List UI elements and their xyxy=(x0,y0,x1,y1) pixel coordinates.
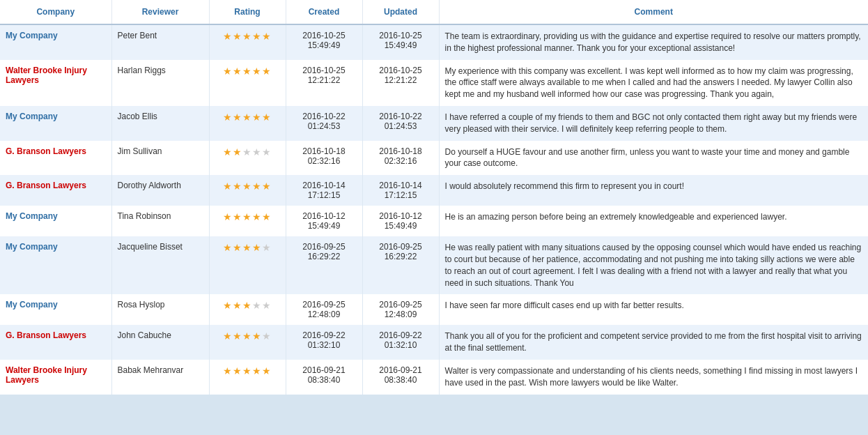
company-name: G. Branson Lawyers xyxy=(6,330,86,340)
company-name: My Company xyxy=(6,242,58,252)
cell-reviewer: Jacqueline Bisset xyxy=(111,236,209,294)
star-filled: ★ xyxy=(242,181,252,192)
header-company: Company xyxy=(0,0,111,24)
cell-comment: I would absolutely recommend this firm t… xyxy=(439,175,868,206)
cell-created: 2016-09-2201:32:10 xyxy=(286,325,362,360)
star-filled: ★ xyxy=(233,31,242,42)
cell-updated: 2016-09-2512:48:09 xyxy=(362,294,439,325)
cell-created: 2016-10-1417:12:15 xyxy=(286,175,362,206)
cell-reviewer: Harlan Riggs xyxy=(111,60,209,106)
comment-text: I have seen far more difficult cases end… xyxy=(445,300,684,310)
star-empty: ★ xyxy=(262,300,272,311)
table-header-row: Company Reviewer Rating Created Updated … xyxy=(0,0,868,24)
star-rating: ★★★★★ xyxy=(223,332,272,342)
reviewer-name: Harlan Riggs xyxy=(118,66,166,75)
reviewer-name: Dorothy Aldworth xyxy=(118,181,181,190)
cell-created: 2016-10-2512:21:22 xyxy=(286,60,362,106)
comment-text: Thank you all of you for the proficient … xyxy=(445,331,862,353)
star-empty: ★ xyxy=(252,146,262,158)
star-filled: ★ xyxy=(252,181,262,192)
table-row: Walter Brooke Injury Lawyers Harlan Rigg… xyxy=(0,60,868,106)
cell-rating: ★★★★★ xyxy=(209,206,286,236)
reviewer-name: Babak Mehranvar xyxy=(118,365,184,375)
created-datetime: 2016-10-2201:24:53 xyxy=(302,112,345,131)
table-row: G. Branson Lawyers John Cabuche ★★★★★ 20… xyxy=(0,325,868,360)
cell-created: 2016-10-1802:32:16 xyxy=(286,141,362,176)
header-updated: Updated xyxy=(362,0,439,24)
created-datetime: 2016-10-2512:21:22 xyxy=(302,66,345,85)
cell-updated: 2016-09-2108:38:40 xyxy=(362,360,439,395)
cell-company: G. Branson Lawyers xyxy=(0,175,111,206)
table-row: Walter Brooke Injury Lawyers Babak Mehra… xyxy=(0,360,868,395)
cell-comment: I have referred a couple of my friends t… xyxy=(439,106,868,141)
comment-text: My experience with this company was exce… xyxy=(445,66,853,100)
cell-reviewer: Jacob Ellis xyxy=(111,106,209,141)
table-row: G. Branson Lawyers Dorothy Aldworth ★★★★… xyxy=(0,175,868,206)
updated-datetime: 2016-10-1417:12:15 xyxy=(379,181,421,200)
star-rating: ★★★★★ xyxy=(223,243,272,253)
star-filled: ★ xyxy=(233,66,242,77)
star-filled: ★ xyxy=(242,365,252,376)
reviewer-name: Rosa Hyslop xyxy=(118,300,165,310)
star-filled: ★ xyxy=(262,66,272,77)
updated-datetime: 2016-10-2512:21:22 xyxy=(379,66,421,85)
cell-company: G. Branson Lawyers xyxy=(0,141,111,176)
star-filled: ★ xyxy=(223,242,233,253)
comment-text: He is an amazing person before being an … xyxy=(445,212,787,222)
star-filled: ★ xyxy=(242,66,252,77)
cell-created: 2016-09-2516:29:22 xyxy=(286,236,362,294)
star-filled: ★ xyxy=(262,112,272,123)
cell-updated: 2016-10-1215:49:49 xyxy=(362,206,439,236)
star-filled: ★ xyxy=(242,211,252,222)
star-filled: ★ xyxy=(242,242,252,253)
star-filled: ★ xyxy=(233,365,242,376)
star-filled: ★ xyxy=(252,365,262,376)
star-filled: ★ xyxy=(252,31,262,42)
company-name: My Company xyxy=(6,211,58,221)
company-name: My Company xyxy=(6,300,58,310)
cell-updated: 2016-09-2201:32:10 xyxy=(362,325,439,360)
header-created: Created xyxy=(286,0,362,24)
cell-comment: The team is extraordinary, providing us … xyxy=(439,24,868,60)
reviewer-name: Jim Sullivan xyxy=(118,146,162,156)
cell-rating: ★★★★★ xyxy=(209,60,286,106)
cell-created: 2016-10-2515:49:49 xyxy=(286,24,362,60)
company-name: My Company xyxy=(6,112,58,121)
created-datetime: 2016-09-2108:38:40 xyxy=(302,365,345,385)
cell-updated: 2016-10-1802:32:16 xyxy=(362,141,439,176)
cell-rating: ★★★★★ xyxy=(209,175,286,206)
company-name: G. Branson Lawyers xyxy=(6,181,86,190)
comment-text: Walter is very compassionate and underst… xyxy=(445,366,858,388)
created-datetime: 2016-09-2201:32:10 xyxy=(302,330,345,350)
reviewer-name: Jacqueline Bisset xyxy=(118,242,183,252)
comment-text: Do yourself a HUGE favour and use anothe… xyxy=(445,147,850,169)
star-filled: ★ xyxy=(223,365,233,376)
comment-text: He was really patient with many situatio… xyxy=(445,243,862,287)
star-filled: ★ xyxy=(262,365,272,376)
cell-rating: ★★★★★ xyxy=(209,24,286,60)
company-name: Walter Brooke Injury Lawyers xyxy=(6,365,87,385)
cell-comment: My experience with this company was exce… xyxy=(439,60,868,106)
cell-created: 2016-10-2201:24:53 xyxy=(286,106,362,141)
updated-datetime: 2016-09-2108:38:40 xyxy=(379,365,421,385)
star-empty: ★ xyxy=(242,146,252,158)
star-empty: ★ xyxy=(252,300,262,311)
star-filled: ★ xyxy=(242,330,252,342)
reviews-table: Company Reviewer Rating Created Updated … xyxy=(0,0,868,411)
star-filled: ★ xyxy=(262,31,272,42)
created-datetime: 2016-10-1417:12:15 xyxy=(302,181,345,200)
updated-datetime: 2016-09-2201:32:10 xyxy=(379,330,421,350)
star-empty: ★ xyxy=(262,330,272,342)
cell-comment: I have seen far more difficult cases end… xyxy=(439,294,868,325)
header-reviewer: Reviewer xyxy=(111,0,209,24)
cell-reviewer: John Cabuche xyxy=(111,325,209,360)
cell-comment: Thank you all of you for the proficient … xyxy=(439,325,868,360)
table-row: G. Branson Lawyers Jim Sullivan ★★★★★ 20… xyxy=(0,141,868,176)
company-name: Walter Brooke Injury Lawyers xyxy=(6,66,87,85)
star-filled: ★ xyxy=(233,242,242,253)
cell-rating: ★★★★★ xyxy=(209,294,286,325)
cell-reviewer: Peter Bent xyxy=(111,24,209,60)
cell-company: My Company xyxy=(0,106,111,141)
table-footer-row xyxy=(0,395,868,411)
table-row: My Company Jacob Ellis ★★★★★ 2016-10-220… xyxy=(0,106,868,141)
